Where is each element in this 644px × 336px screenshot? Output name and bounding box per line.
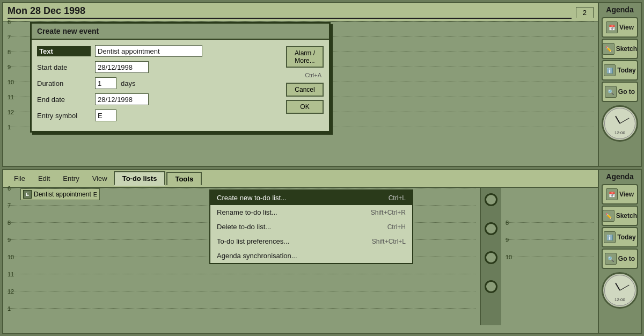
duration-input[interactable] — [95, 77, 116, 89]
alarm-button[interactable]: Alarm /More... — [286, 46, 324, 68]
bottom-panel: File Edit Entry View To-do lists Tools 6… — [2, 169, 642, 334]
clock-widget: 12:00 — [602, 105, 638, 142]
menubar: File Edit Entry View To-do lists Tools — [3, 170, 598, 188]
startdate-input[interactable] — [95, 61, 149, 73]
goto-button[interactable]: 🔍 Go to — [602, 82, 638, 102]
today-button[interactable]: ℹ️ Today — [602, 60, 638, 81]
bottom-today-icon: ℹ️ — [604, 231, 616, 243]
ok-button[interactable]: OK — [286, 100, 324, 114]
right-time-label-10: 10 — [506, 254, 516, 260]
right-time-line-8: 8 — [506, 222, 594, 239]
date-title: Mon 28 Dec 1998 — [8, 5, 572, 19]
bottom-time-line-12: 12 — [8, 291, 475, 308]
dropdown-item-create[interactable]: Create new to-do list... Ctrl+L — [210, 191, 412, 205]
time-label-1: 1 — [8, 124, 18, 130]
time-label-7: 7 — [8, 34, 18, 40]
bottom-clock-label: 12:00 — [614, 297, 625, 302]
time-label-6: 6 — [8, 19, 18, 25]
bottom-time-line-11: 11 — [8, 274, 475, 291]
dropdown-item-prefs[interactable]: To-do list preferences... Shift+Ctrl+L — [210, 234, 412, 249]
bottom-right-area: 8 9 10 — [501, 188, 598, 325]
goto-icon: 🔍 — [605, 86, 617, 98]
todo-dropdown-menu: Create new to-do list... Ctrl+L Rename t… — [209, 189, 413, 264]
alarm-shortcut: Ctrl+A — [303, 71, 324, 79]
form-label-startdate: Start date — [37, 63, 91, 71]
right-time-label-8: 8 — [506, 220, 516, 226]
bottom-time-label-6: 6 — [8, 185, 18, 192]
text-input[interactable] — [95, 45, 202, 57]
dropdown-item-delete-shortcut: Ctrl+H — [387, 223, 406, 231]
bottom-today-label: Today — [617, 233, 635, 241]
dropdown-item-rename-label: Rename to-do list... — [217, 208, 360, 216]
clock-label: 12:00 — [614, 130, 625, 135]
tab-number[interactable]: 2 — [576, 7, 594, 18]
bottom-sketch-label: Sketch — [616, 212, 637, 220]
bottom-clock-face: 12:00 — [604, 275, 635, 306]
menu-file[interactable]: File — [8, 173, 32, 184]
symbol-input[interactable] — [95, 109, 116, 121]
menu-edit[interactable]: Edit — [32, 173, 56, 184]
right-time-line-9: 9 — [506, 239, 594, 257]
enddate-input[interactable] — [95, 93, 149, 105]
form-label-enddate: End date — [37, 96, 91, 104]
bottom-view-icon: 📅 — [606, 188, 618, 200]
bottom-view-button[interactable]: 📅 View — [602, 184, 638, 204]
bottom-time-label-9: 9 — [8, 237, 18, 243]
bottom-main-area: File Edit Entry View To-do lists Tools 6… — [3, 170, 599, 333]
ring-3 — [485, 251, 497, 264]
today-icon: ℹ️ — [604, 64, 616, 76]
ring-4 — [485, 280, 497, 293]
top-main-area: Mon 28 Dec 1998 2 6 7 8 9 10 11 — [3, 3, 599, 166]
dropdown-item-rename-shortcut: Shift+Ctrl+R — [371, 209, 406, 216]
dropdown-item-create-shortcut: Ctrl+L — [389, 194, 406, 202]
dropdown-item-rename[interactable]: Rename to-do list... Shift+Ctrl+R — [210, 205, 412, 220]
bottom-today-button[interactable]: ℹ️ Today — [602, 227, 638, 247]
bottom-sidebar: Agenda 📅 View ✏️ Sketch ℹ️ Today 🔍 Go to… — [599, 170, 641, 333]
sketch-icon: ✏️ — [603, 43, 614, 55]
ring-2 — [485, 222, 497, 235]
dropdown-item-delete[interactable]: Delete to-do list... Ctrl+H — [210, 220, 412, 234]
cancel-button[interactable]: Cancel — [286, 83, 324, 97]
clock-min-hand — [620, 118, 630, 124]
today-label: Today — [617, 67, 635, 74]
entry-icon: E — [23, 190, 32, 199]
view-button[interactable]: 📅 View — [602, 17, 638, 38]
goto-label: Go to — [618, 88, 635, 96]
bottom-time-label-8: 8 — [8, 220, 18, 226]
bottom-sketch-icon: ✏️ — [603, 210, 614, 222]
bottom-sketch-button[interactable]: ✏️ Sketch — [602, 206, 638, 226]
ring-1 — [485, 193, 497, 206]
clock-face: 12:00 — [604, 108, 635, 139]
top-sidebar: Agenda 📅 View ✏️ Sketch ℹ️ Today 🔍 Go to… — [599, 3, 641, 166]
form-label-duration: Duration — [37, 79, 91, 87]
dropdown-item-sync-label: Agenda synchronisation... — [217, 252, 395, 260]
bottom-time-label-7: 7 — [8, 202, 18, 209]
menu-tab-tools[interactable]: Tools — [166, 172, 202, 185]
dropdown-item-create-label: Create new to-do list... — [217, 194, 378, 202]
form-row-text: Text — [37, 45, 281, 57]
bottom-clock-widget: 12:00 — [602, 272, 638, 309]
form-label-symbol: Entry symbol — [37, 112, 91, 120]
menu-view[interactable]: View — [86, 173, 114, 184]
bottom-goto-button[interactable]: 🔍 Go to — [602, 249, 638, 269]
time-label-12: 12 — [8, 109, 18, 115]
dropdown-item-sync[interactable]: Agenda synchronisation... — [210, 249, 412, 263]
dialog-body: Text Start date Duration days — [32, 40, 329, 131]
bottom-time-label-12: 12 — [8, 288, 18, 295]
dropdown-item-delete-label: Delete to-do list... — [217, 223, 377, 231]
form-row-duration: Duration days — [37, 77, 281, 89]
bottom-time-label-11: 11 — [8, 271, 18, 277]
dropdown-item-prefs-label: To-do list preferences... — [217, 237, 361, 245]
menu-entry[interactable]: Entry — [56, 173, 85, 184]
bottom-time-label-10: 10 — [8, 254, 18, 260]
entry-suffix: E — [93, 191, 97, 198]
form-row-enddate: End date — [37, 93, 281, 105]
bottom-sidebar-title: Agenda — [606, 172, 633, 181]
bottom-time-label-1: 1 — [8, 305, 18, 312]
sketch-button[interactable]: ✏️ Sketch — [602, 39, 638, 59]
top-panel: Mon 28 Dec 1998 2 6 7 8 9 10 11 — [2, 2, 642, 167]
time-label-10: 10 — [8, 79, 18, 85]
menu-tab-todo[interactable]: To-do lists — [114, 171, 166, 186]
right-time-label-9: 9 — [506, 237, 516, 243]
bottom-goto-icon: 🔍 — [605, 253, 617, 265]
